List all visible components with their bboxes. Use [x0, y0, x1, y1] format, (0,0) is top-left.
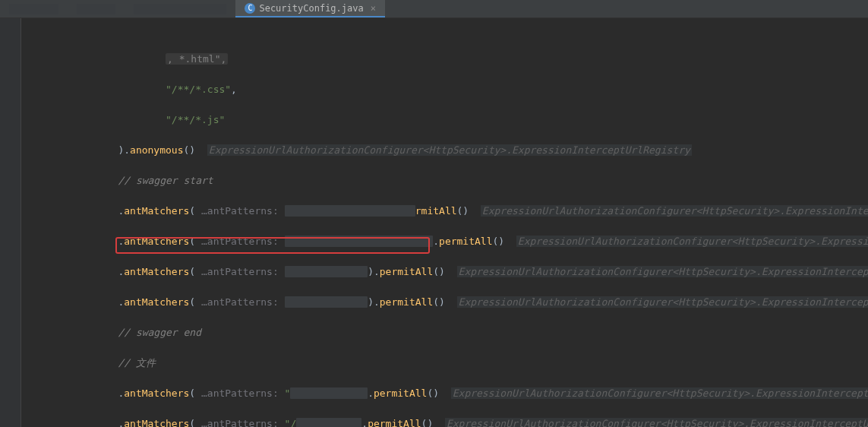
type-hint: ExpressionUrlAuthorizationConfigurer<Htt… [457, 266, 868, 277]
editor-gutter[interactable] [0, 18, 21, 427]
editor-tab-2[interactable]: xxxxxxx [68, 0, 125, 17]
method-call: antMatchers [124, 266, 189, 277]
java-class-icon: C [245, 3, 255, 14]
method-call: antMatchers [124, 418, 189, 427]
comment: // swagger end [118, 327, 201, 338]
type-hint: ExpressionUrlAuthorizationConfigurer<Htt… [457, 296, 868, 308]
type-hint: ExpressionUrlAuthorizationConfigurer<Htt… [481, 205, 868, 217]
tab-label: SecurityConfig.java [259, 3, 363, 14]
comment: // swagger start [118, 175, 213, 186]
type-hint: ExpressionUrlAuthorizationConfigurer<Htt… [207, 144, 692, 156]
string-literal: "/**/*.css" [166, 84, 231, 95]
editor-tab-1[interactable]: xxxxxxxxx [0, 0, 68, 17]
editor-tab-security-config[interactable]: C SecurityConfig.java × [235, 0, 385, 17]
editor-area: , *.html", "/**/*.css", "/**/*.js" ).ano… [0, 18, 868, 427]
comment: // 文件 [118, 357, 155, 368]
method-call: antMatchers [124, 205, 189, 217]
method-call: antMatchers [124, 296, 189, 308]
method-call: antMatchers [124, 236, 189, 247]
code-editor[interactable]: , *.html", "/**/*.css", "/**/*.js" ).ano… [21, 18, 868, 427]
type-hint: ExpressionUrlAuthorizationConfigurer<Htt… [451, 387, 868, 399]
folded-code[interactable]: , *.html", [166, 53, 228, 65]
editor-tab-bar: xxxxxxxxx xxxxxxx xxxxxxxxxxxxxxxxx C Se… [0, 0, 868, 18]
type-hint: ExpressionUrlAuthorizationConfigurer<Htt… [445, 418, 868, 427]
editor-tab-3[interactable]: xxxxxxxxxxxxxxxxx [125, 0, 236, 17]
type-hint: ExpressionUrlAuthorizationConfigurer<Htt… [516, 236, 868, 247]
close-tab-icon[interactable]: × [371, 3, 376, 14]
method-call: anonymous [130, 144, 183, 156]
string-literal: "/**/*.js" [166, 114, 225, 125]
method-call: antMatchers [124, 387, 189, 399]
